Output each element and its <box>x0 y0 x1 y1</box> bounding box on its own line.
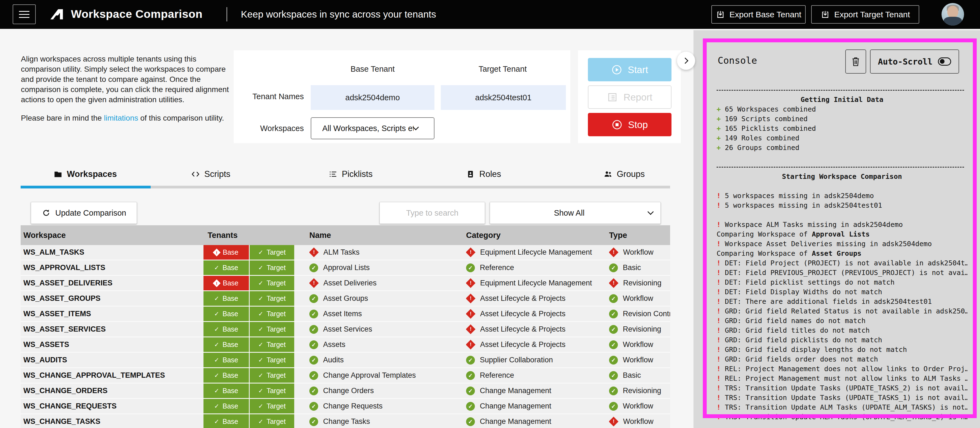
type-cell: ✓Revision Control <box>609 307 670 321</box>
check-icon: ✓ <box>214 403 219 410</box>
table-row[interactable]: WS_AUDITS✓Base✓Target✓Audits✓Supplier Co… <box>21 353 670 368</box>
target-tenant-badge[interactable]: ✓Target <box>250 245 294 260</box>
table-row[interactable]: WS_CHANGE_APPROVAL_TEMPLATES✓Base✓Target… <box>21 368 670 384</box>
workspace-id: WS_ASSET_GROUPS <box>23 291 101 306</box>
limitations-link[interactable]: limitations <box>104 114 138 122</box>
table-row[interactable]: WS_APPROVAL_LISTS✓Base✓Target✓Approval L… <box>21 260 670 276</box>
target-tenant-badge[interactable]: ✓Target <box>250 338 294 352</box>
workspace-id: WS_ASSET_SERVICES <box>23 322 106 336</box>
tab-scripts[interactable]: Scripts <box>191 163 231 186</box>
type-cell: ✓Workflow <box>609 399 670 414</box>
console-line: + 65 Workspaces combined <box>717 105 967 114</box>
check-icon: ✓ <box>214 357 219 364</box>
type-cell: ✓Revisioning <box>609 322 670 336</box>
target-tenant-badge[interactable]: ✓Target <box>250 368 294 383</box>
ok-check-icon: ✓ <box>609 371 618 380</box>
console-collapse-button[interactable] <box>677 52 695 70</box>
base-tenant-badge[interactable]: ✓Base <box>204 338 249 352</box>
table-row[interactable]: WS_ASSET_SERVICES✓Base✓Target✓Asset Serv… <box>21 322 670 338</box>
base-tenant-badge[interactable]: ✓Base <box>204 414 249 428</box>
menu-button[interactable] <box>13 5 36 24</box>
category-text: Equipment Lifecycle Management <box>480 248 592 257</box>
name-text: Change Tasks <box>323 417 370 426</box>
tab-picklists[interactable]: Picklists <box>329 163 372 186</box>
update-comparison-button[interactable]: Update Comparison <box>31 202 137 224</box>
target-tenant-badge[interactable]: ✓Target <box>250 260 294 275</box>
target-tenant-badge[interactable]: ✓Target <box>250 353 294 367</box>
badge-label: Base <box>223 279 239 287</box>
table-row[interactable]: WS_ASSETS✓Base✓Target✓Assets!Asset Lifec… <box>21 338 670 353</box>
console-line <box>717 152 967 162</box>
type-text: Revision Control <box>623 310 670 318</box>
type-cell: !Workflow <box>609 245 670 260</box>
name-cell: ✓Change Requests <box>309 399 463 414</box>
export-target-tenant-button[interactable]: Export Target Tenant <box>811 5 919 24</box>
category-cell: !Asset Lifecycle & Projects <box>466 338 606 352</box>
tab-roles[interactable]: Roles <box>466 163 501 186</box>
base-tenant-badge[interactable]: ✓Base <box>204 322 249 336</box>
tab-groups[interactable]: Groups <box>604 163 645 186</box>
base-tenant-badge[interactable]: ✓Base <box>204 353 249 367</box>
base-tenant-badge[interactable]: ✓Base <box>204 260 249 275</box>
export-base-tenant-button[interactable]: Export Base Tenant <box>711 5 806 24</box>
base-tenant-badge[interactable]: ✓Base <box>204 307 249 321</box>
console-line: + 149 Roles combined <box>717 133 967 143</box>
tab-workspaces[interactable]: Workspaces <box>54 163 117 186</box>
target-tenant-badge[interactable]: ✓Target <box>250 322 294 336</box>
badge-label: Base <box>223 402 238 410</box>
target-tenant-badge[interactable]: ✓Target <box>250 276 294 290</box>
target-tenant-field[interactable]: adsk2504test01 <box>441 85 566 110</box>
base-tenant-badge[interactable]: ✓Base <box>204 368 249 383</box>
auto-scroll-toggle[interactable] <box>938 57 951 66</box>
table-row[interactable]: WS_ASSET_GROUPS✓Base✓Target✓Asset Groups… <box>21 291 670 307</box>
col-header-name: Name <box>309 225 331 245</box>
badge-label: Base <box>223 310 238 318</box>
table-row[interactable]: WS_CHANGE_ORDERS✓Base✓Target✓Change Orde… <box>21 384 670 399</box>
tenant-names-label: Tenant Names <box>235 92 304 101</box>
badge-label: Target <box>266 295 285 303</box>
console-line: ! DET: Field Display Widths do not match <box>717 287 967 297</box>
type-text: Workflow <box>623 417 654 426</box>
search-input[interactable] <box>379 202 485 224</box>
check-icon: ✓ <box>214 372 219 379</box>
table-row[interactable]: WS_CHANGE_REQUESTS✓Base✓Target✓Change Re… <box>21 399 670 414</box>
filter-select[interactable]: Show All <box>490 202 661 224</box>
target-tenant-badge[interactable]: ✓Target <box>250 399 294 414</box>
table-row[interactable]: WS_ASSET_DELIVERIES!Base✓Target!Asset De… <box>21 276 670 291</box>
error-diamond-icon: ! <box>609 417 619 426</box>
table-row[interactable]: WS_ASSET_ITEMS✓Base✓Target✓Asset Items!A… <box>21 307 670 322</box>
base-tenant-badge[interactable]: ✓Base <box>204 291 249 306</box>
target-tenant-badge[interactable]: ✓Target <box>250 414 294 428</box>
category-cell: ✓Change Management <box>466 384 606 398</box>
start-button[interactable]: Start <box>588 58 671 81</box>
target-tenant-badge[interactable]: ✓Target <box>250 384 294 398</box>
col-header-category: Category <box>466 225 501 245</box>
base-tenant-badge[interactable]: ✓Base <box>204 399 249 414</box>
workspaces-select[interactable]: All Workspaces, Scripts et <box>311 117 434 139</box>
base-tenant-field[interactable]: adsk2504demo <box>311 85 434 110</box>
stop-button[interactable]: Stop <box>588 113 671 136</box>
error-diamond-icon: ! <box>609 278 619 288</box>
badge-label: Target <box>266 387 285 395</box>
category-text: Reference <box>480 263 514 272</box>
category-text: Equipment Lifecycle Management <box>480 279 592 287</box>
console-line <box>717 162 967 172</box>
table-row[interactable]: WS_CHANGE_TASKS✓Base✓Target✓Change Tasks… <box>21 414 670 428</box>
badge-label: Target <box>266 264 285 272</box>
target-tenant-badge[interactable]: ✓Target <box>250 291 294 306</box>
hamburger-icon <box>19 11 29 12</box>
table-row[interactable]: WS_ALM_TASKS!Base✓Target!ALM Tasks!Equip… <box>21 245 670 260</box>
report-button[interactable]: Report <box>588 86 671 109</box>
base-tenant-badge[interactable]: ✓Base <box>204 384 249 398</box>
console-log[interactable]: Getting Initial Data+ 65 Workspaces comb… <box>717 85 967 428</box>
auto-scroll-button[interactable]: Auto-Scroll <box>870 49 959 74</box>
ok-check-icon: ✓ <box>309 387 318 395</box>
target-tenant-badge[interactable]: ✓Target <box>250 307 294 321</box>
user-avatar[interactable] <box>942 3 964 25</box>
clear-console-button[interactable] <box>845 49 866 74</box>
error-diamond-icon: ! <box>213 279 221 287</box>
base-tenant-badge[interactable]: !Base <box>204 245 249 260</box>
base-tenant-badge[interactable]: !Base <box>204 276 249 290</box>
console-line <box>717 85 967 95</box>
category-cell: !Equipment Lifecycle Management <box>466 276 606 290</box>
